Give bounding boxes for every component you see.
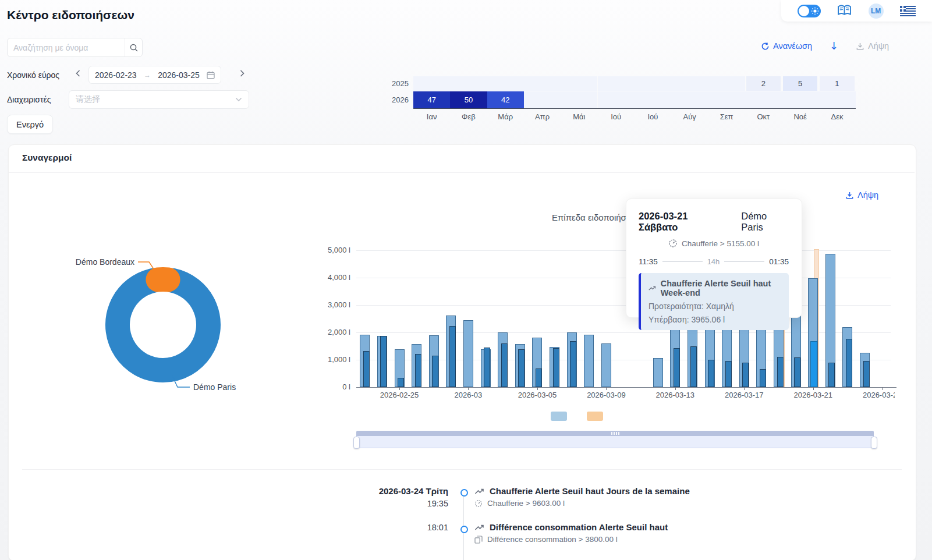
y-axis-label: 3,000 l <box>316 300 350 309</box>
timeline-dot <box>460 526 468 533</box>
heatmap-cell[interactable] <box>635 91 671 108</box>
bar-paris_level[interactable] <box>553 348 559 387</box>
heatmap-cell[interactable] <box>708 91 745 108</box>
datazoom-slider-track[interactable] <box>356 431 874 436</box>
bar-paris_level[interactable] <box>398 378 404 387</box>
bar-paris_level[interactable] <box>380 336 387 387</box>
heatmap-cell[interactable] <box>598 91 635 108</box>
admins-select[interactable]: 请选择 <box>69 90 249 109</box>
bar-paris_selected[interactable] <box>810 341 817 387</box>
refresh-icon <box>761 42 770 51</box>
heatmap-cell[interactable] <box>450 76 487 91</box>
x-axis-tick <box>606 387 607 390</box>
bar-paris_level[interactable] <box>742 363 749 387</box>
date-start[interactable]: 2026-02-23 <box>95 70 137 80</box>
chevron-down-icon <box>235 97 242 102</box>
card-download-button[interactable]: Λήψη <box>845 190 878 200</box>
timeline-entry[interactable]: Différence consommation Alerte Seuil hau… <box>474 522 668 544</box>
collapse-arrow-button[interactable]: ↓ <box>830 40 838 52</box>
x-axis-label: 2026-02-25 <box>374 391 424 399</box>
bar-paris_level[interactable] <box>708 360 714 387</box>
y-axis-label: 5,000 l <box>316 246 350 254</box>
timeline-entry[interactable]: Chaufferie Alerte Seuil haut Jours de la… <box>474 486 690 508</box>
heatmap-month-label: Φεβ <box>450 112 487 121</box>
bar-paris_range[interactable] <box>653 358 663 387</box>
heatmap-cell[interactable] <box>818 91 855 108</box>
heatmap-cell[interactable] <box>598 76 635 91</box>
heatmap-cell[interactable] <box>708 76 745 91</box>
datazoom-handle-right[interactable] <box>871 437 877 449</box>
active-filter-button[interactable]: Ενεργό <box>7 115 53 134</box>
bar-paris_level[interactable] <box>846 339 852 387</box>
bar-paris_level[interactable] <box>518 349 525 387</box>
bar-paris_level[interactable] <box>674 348 680 387</box>
bar-paris_range[interactable] <box>463 320 473 387</box>
heatmap-cell[interactable] <box>635 76 671 91</box>
heatmap-cell[interactable]: 5 <box>783 76 817 91</box>
heatmap-cell[interactable] <box>524 91 561 108</box>
theme-toggle[interactable] <box>798 5 821 17</box>
language-flag-icon[interactable] <box>900 6 916 16</box>
datazoom-handle-left[interactable] <box>353 437 360 449</box>
datazoom-grip[interactable] <box>611 432 619 435</box>
heatmap-cell[interactable] <box>671 76 708 91</box>
heatmap-month-label: Μάρ <box>487 112 524 121</box>
heatmap-month-label: Οκτ <box>745 112 782 121</box>
heatmap-cell[interactable] <box>561 76 597 91</box>
gridline <box>356 250 891 251</box>
calendar-icon <box>207 71 215 79</box>
heatmap-cell[interactable] <box>413 76 450 91</box>
bar-paris_level[interactable] <box>794 357 800 387</box>
search-button[interactable] <box>125 38 142 56</box>
heatmap-cell[interactable] <box>671 91 708 108</box>
timeline-dot <box>460 489 468 497</box>
range-arrow-icon: → <box>144 71 151 79</box>
bar-paris_range[interactable] <box>601 343 611 387</box>
prev-range-button[interactable] <box>75 69 81 77</box>
bar-paris_level[interactable] <box>777 357 784 387</box>
bar-paris_level[interactable] <box>570 341 576 387</box>
heatmap-cell[interactable]: 2 <box>746 76 781 91</box>
x-axis-label: 2026-03-13 <box>650 391 700 399</box>
date-end[interactable]: 2026-03-25 <box>158 70 200 80</box>
heatmap-cell[interactable] <box>745 91 782 108</box>
legend-item-bordeaux[interactable] <box>587 412 608 421</box>
bar-paris_level[interactable] <box>760 369 766 387</box>
datazoom-slider-window[interactable] <box>356 436 874 448</box>
heatmap-cell[interactable]: 1 <box>820 76 854 91</box>
bar-paris_level[interactable] <box>501 343 508 387</box>
refresh-button[interactable]: Ανανέωση <box>761 41 812 51</box>
x-axis-label: 2026-03-09 <box>581 391 631 399</box>
heatmap-cell[interactable]: 50 <box>450 91 487 108</box>
docs-book-icon[interactable] <box>837 5 852 17</box>
heatmap-cell[interactable]: 42 <box>487 91 524 108</box>
gauge-icon <box>668 239 678 248</box>
bar-paris_level[interactable] <box>725 361 732 387</box>
legend-item-paris[interactable] <box>551 412 572 421</box>
bar-paris_level[interactable] <box>363 351 370 387</box>
heatmap-cell[interactable]: 47 <box>413 91 450 108</box>
bar-paris_level[interactable] <box>828 363 835 387</box>
bar-paris_level[interactable] <box>484 348 490 387</box>
tooltip-alert-panel: Chaufferie Alerte Seuil haut Week-end Πρ… <box>639 273 789 330</box>
date-range-picker[interactable]: 2026-02-23 → 2026-03-25 <box>88 66 221 84</box>
heatmap-cell[interactable] <box>561 91 597 108</box>
heatmap-cell[interactable] <box>487 76 524 91</box>
sites-donut-chart[interactable] <box>81 247 244 402</box>
bar-paris_level[interactable] <box>690 346 697 387</box>
heatmap-cell[interactable] <box>524 76 561 91</box>
bar-paris_range[interactable] <box>584 335 594 387</box>
chevron-right-icon <box>239 69 246 77</box>
bar-paris_level[interactable] <box>432 356 438 387</box>
bar-paris_level[interactable] <box>536 368 542 387</box>
bar-paris_level[interactable] <box>415 354 421 387</box>
next-range-button[interactable] <box>239 69 246 77</box>
x-axis-label: 2026-03-05 <box>512 391 562 399</box>
donut-slice-paris[interactable] <box>118 281 208 370</box>
user-avatar[interactable]: LM <box>869 3 884 19</box>
search-input[interactable] <box>8 43 125 52</box>
download-button-disabled[interactable]: Λήψη <box>856 41 889 51</box>
bar-paris_level[interactable] <box>863 361 870 387</box>
heatmap-cell[interactable] <box>782 91 818 108</box>
bar-paris_level[interactable] <box>449 326 456 387</box>
